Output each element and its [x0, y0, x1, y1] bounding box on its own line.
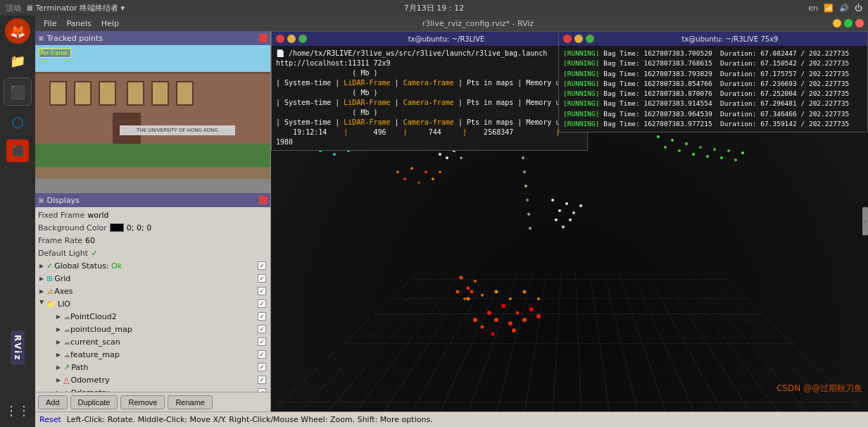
- grid-label: Grid: [54, 274, 70, 283]
- svg-point-142: [727, 149, 730, 152]
- terminal-right-close[interactable]: [563, 35, 572, 43]
- firefox-icon[interactable]: 🦊: [5, 18, 30, 44]
- odometry2-row[interactable]: ▶ △ Odometry ✓: [35, 386, 270, 392]
- global-status-row[interactable]: ▶ ✓ Global Status: Ok ✓: [35, 259, 270, 272]
- grid-dots-icon[interactable]: ⋮⋮: [4, 396, 32, 424]
- current-scan-expand[interactable]: ▶: [55, 338, 62, 345]
- bg-color-swatch[interactable]: [110, 223, 124, 232]
- global-status-check[interactable]: ✓: [258, 261, 266, 270]
- vscode-icon[interactable]: ⬡: [4, 109, 32, 137]
- rviz-window: File Panels Help r3live_rviz_config.rviz…: [35, 16, 868, 427]
- files-icon[interactable]: 📁: [4, 47, 32, 75]
- default-light-row[interactable]: Default Light ✓: [35, 247, 270, 259]
- camera-view-content: THE UNIVERSITY OF HONG KONG Per-frame:: [35, 45, 270, 192]
- rviz-title: r3live_rviz_config.rviz* - RViz: [127, 19, 829, 28]
- svg-point-149: [463, 297, 466, 300]
- terminal-icon[interactable]: ⬛: [4, 78, 32, 106]
- svg-point-83: [467, 297, 470, 301]
- feature-map-check[interactable]: ✓: [258, 350, 266, 359]
- axes-expand[interactable]: ▶: [38, 287, 45, 295]
- activities-label[interactable]: 活动: [6, 3, 21, 13]
- svg-point-136: [685, 142, 688, 145]
- grid-expand[interactable]: ▶: [38, 275, 45, 282]
- axes-row[interactable]: ▶ ⊿ Axes ✓: [35, 285, 270, 297]
- svg-point-114: [551, 199, 554, 202]
- rename-button[interactable]: Rename: [168, 395, 213, 409]
- svg-point-138: [699, 146, 702, 149]
- app-icon-red[interactable]: ⬛: [6, 140, 29, 162]
- feature-map-expand[interactable]: ▶: [55, 351, 62, 358]
- axes-icon: ⊿: [46, 287, 53, 296]
- path-lio-icon: ↗: [63, 363, 70, 372]
- axes-check[interactable]: ✓: [258, 287, 266, 295]
- svg-point-88: [537, 297, 540, 300]
- grid-row[interactable]: ▶ ⊞ Grid ✓: [35, 272, 270, 285]
- duplicate-button[interactable]: Duplicate: [70, 395, 118, 409]
- terminal-top-min[interactable]: [287, 35, 296, 43]
- window-close[interactable]: [855, 19, 864, 27]
- svg-point-150: [470, 290, 474, 294]
- svg-point-50: [410, 167, 413, 170]
- pointcloud2-row[interactable]: ▶ ☁ PointCloud2 ✓: [35, 310, 270, 323]
- pointcloud2-expand[interactable]: ▶: [55, 313, 62, 320]
- system-bar-left: 活动 🖥 Terminator 终端终结者 ▾: [6, 3, 125, 13]
- lang-indicator[interactable]: en: [808, 4, 818, 13]
- current-scan-check[interactable]: ✓: [258, 338, 266, 346]
- frame-rate-row[interactable]: Frame Rate 60: [35, 234, 270, 247]
- fixed-frame-row[interactable]: Fixed Frame world: [35, 209, 270, 221]
- panel-expand-handle[interactable]: ›: [862, 207, 868, 235]
- remove-button[interactable]: Remove: [120, 395, 165, 409]
- svg-point-72: [494, 318, 498, 322]
- axes-label: Axes: [54, 287, 73, 296]
- activities-bar: 🦊 📁 ⬛ ⬡ ⬛ RViz ⋮⋮: [0, 16, 35, 427]
- bg-color-row[interactable]: Background Color 0; 0; 0: [35, 221, 270, 234]
- pointcloud-map-expand[interactable]: ▶: [55, 326, 62, 333]
- current-scan-row[interactable]: ▶ ☁ current_scan ✓: [35, 335, 270, 348]
- feature-map-row[interactable]: ▶ ☁ feature_map ✓: [35, 348, 270, 361]
- displays-content[interactable]: Fixed Frame world Background Color 0; 0;…: [35, 207, 270, 392]
- odometry1-expand[interactable]: ▶: [55, 376, 62, 383]
- svg-point-71: [487, 311, 491, 315]
- add-button[interactable]: Add: [38, 395, 68, 409]
- global-status-expand[interactable]: ▶: [38, 262, 45, 269]
- svg-point-119: [555, 218, 558, 221]
- path-lio-row[interactable]: ▶ ↗ Path ✓: [35, 361, 270, 373]
- terminal-top-content: 📄 /home/tx/R3LIVE/r3live_ws/src/r3live/l…: [272, 46, 587, 150]
- terminal-top-max[interactable]: [298, 35, 307, 43]
- pointcloud-map-check[interactable]: ✓: [258, 325, 266, 333]
- svg-point-143: [734, 159, 737, 161]
- lio-expand[interactable]: ▶: [38, 300, 45, 307]
- displays-close-btn[interactable]: [259, 196, 268, 204]
- odometry1-check[interactable]: ✓: [258, 376, 266, 384]
- svg-point-54: [439, 171, 441, 173]
- grid-icon: ⊞: [46, 274, 53, 283]
- window-maximize[interactable]: [844, 19, 853, 27]
- terminal-top: tx@ubuntu: ~/R3LIVE 📄 /home/tx/R3LIVE/r3…: [271, 31, 588, 151]
- terminal-right-content: [RUNNING] Bag Time: 1627807383.700520 Du…: [559, 46, 867, 132]
- camera-close-btn[interactable]: [259, 34, 268, 42]
- tr-line-3: [RUNNING] Bag Time: 1627807383.793829 Du…: [563, 69, 863, 79]
- path-lio-expand[interactable]: ▶: [55, 364, 62, 371]
- lio-row[interactable]: ▶ 📁 LIO ✓: [35, 297, 270, 310]
- svg-point-66: [446, 156, 448, 159]
- rviz-menu: File Panels Help: [39, 18, 123, 30]
- terminal-right-min[interactable]: [574, 35, 583, 43]
- terminal-top-close[interactable]: [276, 35, 284, 43]
- reset-btn[interactable]: Reset: [39, 415, 61, 424]
- path-lio-check[interactable]: ✓: [258, 363, 266, 371]
- lio-check[interactable]: ✓: [258, 299, 266, 308]
- svg-point-70: [439, 153, 441, 156]
- menu-file[interactable]: File: [39, 18, 61, 30]
- menu-panels[interactable]: Panels: [62, 18, 95, 30]
- terminal-right-title: tx@ubuntu: ~/R3LIVE 75x9: [597, 35, 863, 43]
- terminal-right-max[interactable]: [586, 35, 594, 43]
- terminal-line-5: ( Mb ): [276, 108, 583, 118]
- pointcloud-map-row[interactable]: ▶ ☁ pointcloud_map ✓: [35, 323, 270, 335]
- grid-check[interactable]: ✓: [258, 274, 266, 283]
- network-icon: 📶: [824, 4, 834, 13]
- pointcloud2-check[interactable]: ✓: [258, 312, 266, 321]
- odometry1-row[interactable]: ▶ △ Odometry ✓: [35, 373, 270, 386]
- window-minimize[interactable]: [833, 19, 841, 27]
- 3d-viewport[interactable]: › tx@ubuntu: ~/R3LIVE 📄 /home/tx/R3LIVE/…: [271, 31, 868, 411]
- menu-help[interactable]: Help: [97, 18, 123, 30]
